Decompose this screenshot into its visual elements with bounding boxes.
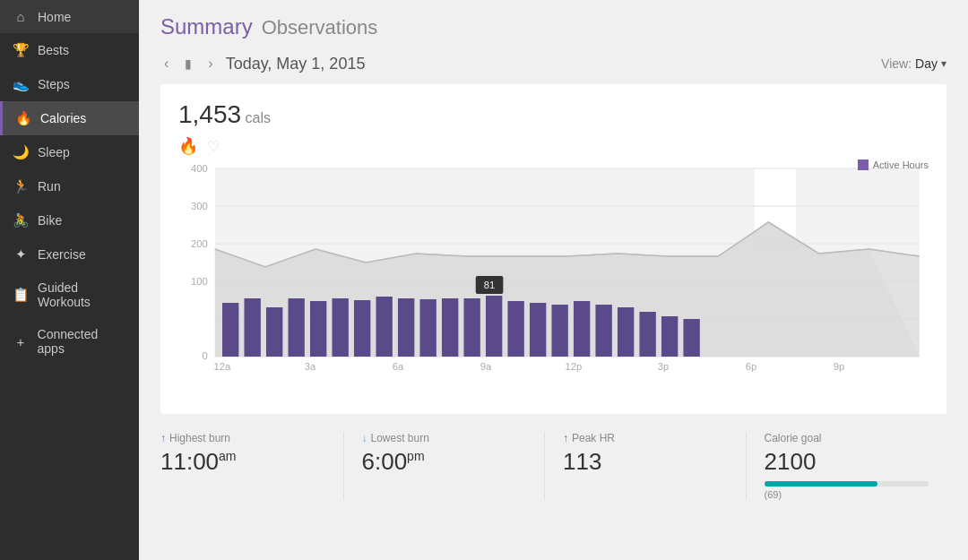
next-arrow[interactable]: › <box>204 54 216 73</box>
arrow-up-hr-icon: ↑ <box>563 432 568 444</box>
main-content: Summary Observations ‹ ▮ › Today, May 1,… <box>139 0 968 560</box>
stat-peak-hr: ↑ Peak HR 113 <box>545 432 747 500</box>
stat-lowest-burn: ↓ Lowest burn 6:00pm <box>344 432 546 500</box>
svg-text:81: 81 <box>484 280 495 290</box>
sidebar-item-label: Exercise <box>38 247 86 262</box>
observations-tab[interactable]: Observations <box>262 16 378 39</box>
svg-rect-25 <box>442 298 458 357</box>
stat-value-highest-burn: 11:00am <box>160 448 325 476</box>
bike-icon: 🚴 <box>13 212 29 228</box>
svg-rect-32 <box>551 305 567 357</box>
sleep-icon: 🌙 <box>13 144 29 160</box>
svg-rect-20 <box>332 298 348 357</box>
svg-rect-24 <box>419 299 436 357</box>
flame-chart-icon[interactable]: 🔥 <box>178 136 198 156</box>
svg-rect-19 <box>310 301 326 357</box>
svg-text:3p: 3p <box>658 361 669 372</box>
calories-chart: 400 300 200 100 0 <box>178 159 929 383</box>
view-label: View: <box>881 56 912 71</box>
view-selector[interactable]: View: Day ▾ <box>881 56 946 71</box>
calorie-goal-text: (69) <box>765 489 929 500</box>
sidebar-item-label: Connected apps <box>38 327 126 356</box>
heart-chart-icon[interactable]: ♡ <box>207 138 220 155</box>
svg-text:100: 100 <box>191 276 208 287</box>
stat-value-calorie-goal: 2100 <box>765 448 929 476</box>
stat-highest-burn: ↑ Highest burn 11:00am <box>160 432 344 500</box>
sidebar-item-run[interactable]: 🏃 Run <box>0 169 139 203</box>
stat-value-peak-hr: 113 <box>563 448 728 476</box>
page-header: Summary Observations <box>139 0 968 48</box>
sidebar-item-label: Steps <box>38 77 70 91</box>
stats-row: ↑ Highest burn 11:00am ↓ Lowest burn 6:0… <box>139 419 968 513</box>
chart-icon-row: 🔥 ♡ <box>178 136 929 156</box>
sidebar-item-connected-apps[interactable]: + Connected apps <box>0 318 139 365</box>
calendar-icon[interactable]: ▮ <box>181 55 195 73</box>
sidebar-item-sleep[interactable]: 🌙 Sleep <box>0 135 139 169</box>
current-date: Today, May 1, 2015 <box>226 55 872 73</box>
stat-calorie-goal: Calorie goal 2100 (69) <box>747 432 947 500</box>
svg-rect-36 <box>639 312 655 357</box>
stat-label-peak-hr: ↑ Peak HR <box>563 432 728 444</box>
sidebar-item-guided-workouts[interactable]: 📋 Guided Workouts <box>0 271 139 318</box>
summary-tab[interactable]: Summary <box>160 14 253 39</box>
svg-rect-18 <box>288 298 304 357</box>
sidebar-item-bests[interactable]: 🏆 Bests <box>0 33 139 67</box>
plus-icon: + <box>13 334 29 349</box>
calorie-goal-bar <box>765 481 929 487</box>
svg-rect-37 <box>661 316 678 357</box>
sidebar-item-label: Bike <box>38 213 62 228</box>
svg-rect-27 <box>486 296 502 357</box>
chevron-down-icon: ▾ <box>941 57 946 70</box>
stat-label-calorie-goal: Calorie goal <box>765 432 929 444</box>
exercise-icon: ✦ <box>13 246 29 263</box>
sidebar-item-label: Run <box>38 179 61 194</box>
svg-rect-31 <box>530 303 546 357</box>
sidebar-item-label: Calories <box>40 111 86 125</box>
sidebar: ⌂ Home 🏆 Bests 👟 Steps 🔥 Calories 🌙 Slee… <box>0 0 139 560</box>
svg-text:9a: 9a <box>480 361 492 372</box>
svg-rect-26 <box>463 298 480 357</box>
svg-text:6a: 6a <box>393 361 404 372</box>
svg-rect-16 <box>244 298 260 357</box>
sidebar-item-home[interactable]: ⌂ Home <box>0 0 139 33</box>
svg-rect-22 <box>376 297 392 357</box>
svg-text:9p: 9p <box>834 361 844 372</box>
date-nav-bar: ‹ ▮ › Today, May 1, 2015 View: Day ▾ <box>139 48 968 79</box>
svg-rect-35 <box>618 307 634 357</box>
svg-rect-15 <box>222 303 238 357</box>
legend-color-box <box>858 159 869 170</box>
run-icon: 🏃 <box>13 178 29 194</box>
trophy-icon: 🏆 <box>13 42 29 58</box>
steps-icon: 👟 <box>13 76 29 92</box>
calories-display: 1,453 cals <box>178 100 929 129</box>
home-icon: ⌂ <box>13 9 29 24</box>
sidebar-item-steps[interactable]: 👟 Steps <box>0 67 139 101</box>
svg-rect-17 <box>266 307 282 357</box>
sidebar-item-label: Bests <box>38 43 69 57</box>
sidebar-item-bike[interactable]: 🚴 Bike <box>0 203 139 237</box>
sidebar-item-exercise[interactable]: ✦ Exercise <box>0 237 139 271</box>
svg-text:400: 400 <box>191 163 208 174</box>
arrow-up-icon: ↑ <box>160 432 166 444</box>
sidebar-item-label: Home <box>38 10 71 24</box>
stat-label-lowest-burn: ↓ Lowest burn <box>362 432 527 444</box>
svg-text:300: 300 <box>191 201 208 211</box>
prev-arrow[interactable]: ‹ <box>160 54 172 73</box>
svg-rect-33 <box>574 301 590 357</box>
svg-text:200: 200 <box>191 238 208 249</box>
svg-text:12a: 12a <box>214 361 232 372</box>
calorie-goal-fill <box>765 481 878 487</box>
legend-label: Active Hours <box>873 159 929 170</box>
sidebar-item-calories[interactable]: 🔥 Calories <box>0 101 139 135</box>
sidebar-item-label: Sleep <box>38 145 70 159</box>
svg-rect-21 <box>354 300 370 357</box>
svg-text:6p: 6p <box>746 361 756 372</box>
svg-text:0: 0 <box>202 350 207 361</box>
guided-workouts-icon: 📋 <box>13 287 29 303</box>
svg-rect-34 <box>595 305 611 357</box>
chart-area: Active Hours 400 300 200 100 0 <box>178 159 929 401</box>
svg-text:12p: 12p <box>566 361 583 372</box>
sidebar-item-label: Guided Workouts <box>38 280 126 309</box>
chart-card: 1,453 cals 🔥 ♡ Active Hours 400 <box>160 84 946 414</box>
svg-rect-38 <box>683 319 699 357</box>
